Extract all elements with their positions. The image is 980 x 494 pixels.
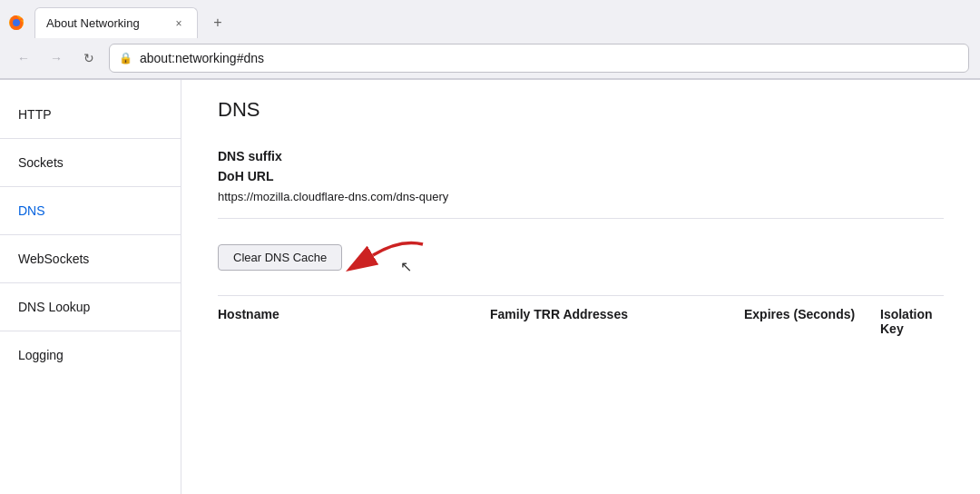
main-content: DNS DNS suffix DoH URL https://mozilla.c… bbox=[181, 80, 980, 494]
new-tab-button[interactable]: + bbox=[205, 10, 230, 35]
button-area: Clear DNS Cache ↖ bbox=[218, 237, 944, 277]
sidebar-divider-1 bbox=[0, 138, 181, 139]
svg-point-1 bbox=[13, 19, 20, 26]
back-button[interactable]: ← bbox=[11, 45, 36, 71]
sidebar-divider-4 bbox=[0, 282, 181, 283]
sidebar-item-websockets[interactable]: WebSockets bbox=[0, 242, 181, 275]
sidebar-item-http[interactable]: HTTP bbox=[0, 98, 181, 131]
sidebar: HTTP Sockets DNS WebSockets DNS Lookup L… bbox=[0, 80, 181, 494]
page-title: DNS bbox=[218, 98, 944, 122]
sidebar-divider-3 bbox=[0, 234, 181, 235]
cursor-icon: ↖ bbox=[400, 258, 412, 275]
doh-url-text: https://mozilla.cloudflare-dns.com/dns-q… bbox=[218, 190, 448, 203]
sidebar-divider-5 bbox=[0, 331, 181, 331]
sidebar-item-logging[interactable]: Logging bbox=[0, 339, 181, 371]
doh-url-value: https://mozilla.cloudflare-dns.com/dns-q… bbox=[218, 189, 944, 219]
col-family-trr: Family TRR Addresses bbox=[490, 307, 744, 336]
lock-icon: 🔒 bbox=[119, 52, 132, 64]
clear-dns-cache-button[interactable]: Clear DNS Cache bbox=[218, 244, 342, 271]
forward-button[interactable]: → bbox=[44, 45, 69, 71]
address-text: about:networking#dns bbox=[140, 51, 959, 65]
col-isolation-key: Isolation Key bbox=[880, 307, 944, 336]
tab-title: About Networking bbox=[46, 16, 164, 30]
refresh-button[interactable]: ↻ bbox=[76, 45, 102, 71]
address-bar[interactable]: 🔒 about:networking#dns bbox=[109, 44, 969, 73]
sidebar-item-dns[interactable]: DNS bbox=[0, 194, 181, 227]
col-expires: Expires (Seconds) bbox=[744, 307, 880, 336]
table-header: Hostname Family TRR Addresses Expires (S… bbox=[218, 295, 944, 336]
sidebar-item-dns-lookup[interactable]: DNS Lookup bbox=[0, 291, 181, 323]
col-hostname: Hostname bbox=[218, 307, 490, 336]
firefox-logo bbox=[7, 14, 25, 32]
sidebar-divider-2 bbox=[0, 186, 181, 187]
red-arrow-icon bbox=[346, 237, 427, 277]
dns-suffix-label: DNS suffix bbox=[218, 149, 944, 163]
doh-url-label: DoH URL bbox=[218, 169, 944, 183]
sidebar-item-sockets[interactable]: Sockets bbox=[0, 146, 181, 179]
tab-close-button[interactable]: × bbox=[172, 16, 186, 31]
active-tab[interactable]: About Networking × bbox=[34, 7, 198, 38]
